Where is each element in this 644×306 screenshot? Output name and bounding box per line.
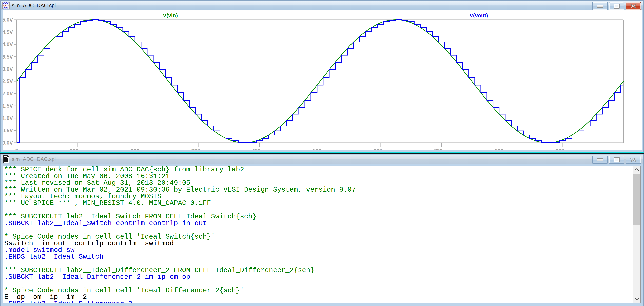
spice-code-line (4, 206, 632, 213)
spice-code-line: * Spice Code nodes in cell cell 'Ideal_S… (4, 233, 632, 240)
editor-window-titlebar[interactable]: sim_ADC_DAC.spi (1, 154, 643, 164)
spice-code-line: .SUBCKT lab2__Ideal_Differencer_2 im ip … (4, 274, 632, 280)
spice-code-text[interactable]: *** SPICE deck for cell sim_ADC_DAC{sch}… (4, 166, 632, 303)
chevron-up-icon (634, 168, 639, 171)
scrollbar-thumb[interactable] (633, 174, 640, 225)
legend-vin-label[interactable]: V(vin) (163, 12, 178, 18)
scrollbar-up-button[interactable] (633, 166, 640, 174)
minimize-button[interactable] (592, 2, 608, 10)
vin-sine-trace (17, 20, 624, 143)
spice-code-line: Sswitch in out contrlp contrlm switmod (4, 240, 632, 247)
y-tick-label: 4.0V (2, 41, 13, 47)
x-tick-label: 400ns (252, 148, 267, 151)
y-tick-label: 1.5V (2, 103, 13, 109)
spice-code-line: *** SPICE deck for cell sim_ADC_DAC{sch}… (4, 166, 632, 173)
y-tick-label: 2.5V (2, 78, 13, 84)
scrollbar-down-button[interactable] (633, 295, 640, 303)
maximize-button[interactable] (609, 156, 624, 164)
x-tick-label: 500ns (313, 148, 328, 151)
waveform-chart-icon (2, 1, 10, 9)
spice-code-line: .model switmod sw (4, 247, 632, 254)
spice-code-line: *** Written on Tue Mar 02, 2021 09:30:36… (4, 186, 632, 193)
spice-code-line: *** Layout tech: mocmos, foundry MOSIS (4, 193, 632, 200)
legend-vout-label[interactable]: V(vout) (470, 12, 488, 18)
y-tick-label: 1.0V (2, 115, 13, 121)
spice-code-line: *** UC SPICE *** , MIN_RESIST 4.0, MIN_C… (4, 200, 632, 206)
minimize-icon (597, 158, 603, 161)
window-title: sim_ADC_DAC.spi (12, 156, 56, 162)
y-tick-label: 2.0V (2, 91, 13, 97)
x-tick-label: 900ns (556, 148, 570, 151)
spice-code-line (4, 227, 632, 233)
y-tick-label: 5.0V (2, 17, 13, 23)
spice-code-line: * Spice Code nodes in cell cell 'Ideal_D… (4, 287, 632, 294)
spice-code-line: *** Last revised on Sat Aug 31, 2013 20:… (4, 180, 632, 186)
x-tick-label: 300ns (191, 148, 206, 151)
y-tick-label: 3.0V (2, 66, 13, 72)
chevron-down-icon (634, 297, 639, 300)
y-tick-label: 3.5V (2, 54, 13, 60)
close-button[interactable] (626, 2, 641, 10)
maximize-icon (614, 3, 620, 8)
x-tick-label: 600ns (373, 148, 388, 151)
waveform-plot-canvas[interactable]: V(vin) V(vout) 5.0V4.5V4.0V3.5V3.0V2.5V2… (2, 10, 642, 151)
x-tick-label: 100ns (70, 148, 85, 151)
close-icon (630, 3, 636, 8)
maximize-icon (614, 157, 620, 162)
x-tick-label: 200ns (130, 148, 146, 151)
spice-code-line: *** SUBCIRCUIT lab2__Ideal_Differencer_2… (4, 267, 632, 274)
spice-code-line: .ENDS lab2__Ideal_Switch (4, 254, 632, 260)
document-icon (2, 155, 10, 163)
y-tick-label: 0.0V (2, 140, 13, 146)
y-tick-label: 0.5V (2, 128, 13, 134)
x-tick-label: 800ns (495, 148, 510, 151)
y-tick-label: 4.5V (2, 29, 13, 35)
axis-tick-labels: 5.0V4.5V4.0V3.5V3.0V2.5V2.0V1.5V1.0V0.5V… (2, 17, 570, 151)
spice-text-panel: *** SPICE deck for cell sim_ADC_DAC{sch}… (2, 165, 641, 303)
spice-editor-window: sim_ADC_DAC.spi *** SPICE deck for cell … (0, 154, 644, 306)
close-button[interactable] (626, 156, 641, 164)
close-icon (630, 157, 636, 162)
waveform-window-titlebar[interactable]: sim_ADC_DAC.spi (1, 1, 643, 10)
minimize-icon (597, 5, 603, 7)
x-tick-label: 0ns (15, 148, 24, 151)
spice-code-line: *** SUBCIRCUIT lab2__Ideal_Switch FROM C… (4, 213, 632, 220)
window-title: sim_ADC_DAC.spi (12, 2, 56, 8)
spice-code-line: E op om ip im 2 (4, 294, 632, 301)
spice-code-line: .SUBCKT lab2__Ideal_Switch contrlm contr… (4, 220, 632, 227)
waveform-window: sim_ADC_DAC.spi V(vin) V(vout) 5.0V4.5V4… (0, 0, 644, 153)
spice-code-line: .ENDS lab2__Ideal_Differencer_2 (4, 301, 632, 303)
window-edge-border (0, 153, 644, 154)
x-tick-label: 700ns (434, 148, 449, 151)
vertical-scrollbar[interactable] (633, 166, 640, 303)
spice-code-line: *** Created on Tue May 06, 2008 16:31:21 (4, 173, 632, 180)
spice-code-line (4, 260, 632, 267)
spice-code-line (4, 280, 632, 287)
minimize-button[interactable] (592, 156, 608, 164)
maximize-button[interactable] (609, 2, 624, 10)
